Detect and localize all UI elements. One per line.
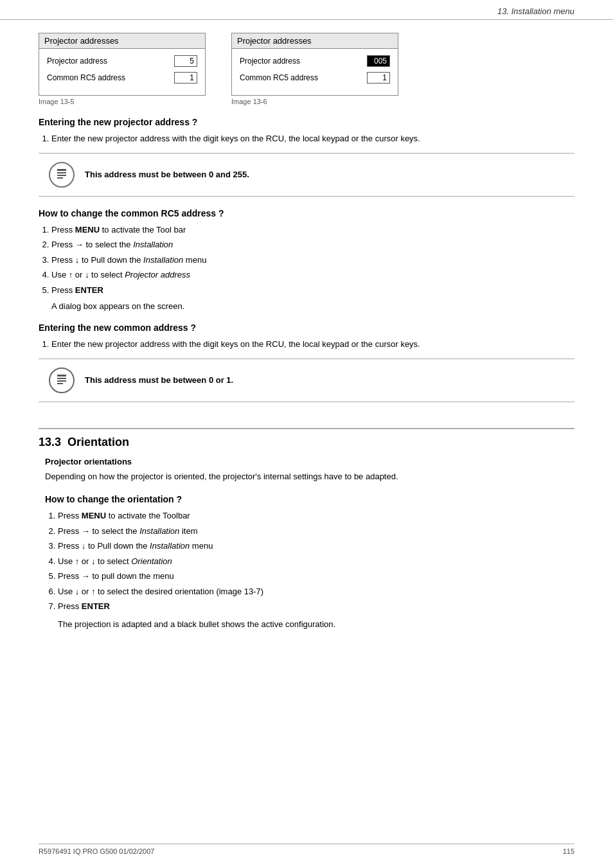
note-icon-2 bbox=[48, 367, 75, 394]
orientation-step-3-italic: Installation bbox=[150, 541, 190, 551]
orientation-step-2-italic: Installation bbox=[139, 526, 179, 536]
entering-common-step-1: Enter the new projector address with the… bbox=[51, 338, 574, 351]
svg-rect-9 bbox=[57, 380, 66, 382]
svg-rect-1 bbox=[57, 169, 66, 171]
rc5-step-1: Press MENU to activate the Tool bar bbox=[51, 224, 574, 236]
image-13-6-label: Image 13-6 bbox=[231, 98, 398, 105]
chapter-header: 13. Installation menu bbox=[0, 0, 613, 20]
image-13-5-container: Projector addresses Projector address 5 … bbox=[39, 33, 206, 105]
svg-rect-3 bbox=[57, 175, 66, 176]
rc5-steps: Press MENU to activate the Tool bar Pres… bbox=[39, 224, 574, 297]
section-number: 13.3 bbox=[39, 436, 61, 448]
note-icon-1 bbox=[48, 161, 75, 188]
dialog-13-5: Projector addresses Projector address 5 … bbox=[39, 33, 206, 96]
rc5-step-5: Press ENTER bbox=[51, 284, 574, 297]
svg-rect-7 bbox=[57, 375, 66, 376]
rc5-addr-value-1: 1 bbox=[174, 72, 197, 84]
orientation-step-4: Use ↑ or ↓ to select Orientation bbox=[58, 555, 574, 568]
chapter-title: 13. Installation menu bbox=[497, 6, 574, 16]
rc5-addr-label-2: Common RC5 address bbox=[240, 73, 318, 82]
dialog-13-6-row-1: Projector address 005 bbox=[240, 55, 390, 67]
section-title: Orientation bbox=[67, 436, 129, 448]
projector-orientations-heading: Projector orientations bbox=[45, 457, 574, 466]
note-box-2: This address must be between 0 or 1. bbox=[39, 359, 574, 402]
svg-rect-2 bbox=[57, 172, 66, 173]
orientation-step-2: Press → to select the Installation item bbox=[58, 525, 574, 538]
entering-common-steps: Enter the new projector address with the… bbox=[39, 338, 574, 351]
page-content: Projector addresses Projector address 5 … bbox=[0, 20, 613, 656]
orientation-step-4-italic: Orientation bbox=[131, 556, 172, 566]
dialog-13-6-row-2: Common RC5 address 1 bbox=[240, 72, 390, 84]
section-13-3-title: 13.3 Orientation bbox=[39, 436, 574, 449]
dialog-13-5-row-2: Common RC5 address 1 bbox=[47, 72, 197, 84]
dialog-13-6: Projector addresses Projector address 00… bbox=[231, 33, 398, 96]
orientation-step-1-bold: MENU bbox=[82, 511, 106, 520]
rc5-dialog-note: A dialog box appears on the screen. bbox=[51, 301, 574, 311]
dialog-13-5-title: Projector addresses bbox=[39, 33, 205, 49]
entering-common-heading: Entering the new common address ? bbox=[39, 323, 574, 333]
orientation-step-7-bold: ENTER bbox=[82, 601, 110, 611]
rc5-step-4: Use ↑ or ↓ to select Projector address bbox=[51, 269, 574, 281]
entering-projector-heading: Entering the new projector address ? bbox=[39, 117, 574, 127]
svg-rect-8 bbox=[57, 378, 66, 379]
dialog-13-5-row-1: Projector address 5 bbox=[47, 55, 197, 67]
proj-addr-label-1: Projector address bbox=[47, 57, 107, 66]
rc5-addr-value-2: 1 bbox=[367, 72, 390, 84]
image-13-6-container: Projector addresses Projector address 00… bbox=[231, 33, 398, 105]
rc5-step-2-italic: Installation bbox=[133, 240, 173, 249]
rc5-addr-label-1: Common RC5 address bbox=[47, 73, 125, 82]
entering-projector-step-1: Enter the new projector address with the… bbox=[51, 132, 574, 145]
orientation-step-3: Press ↓ to Pull down the Installation me… bbox=[58, 540, 574, 553]
svg-rect-4 bbox=[57, 177, 63, 179]
rc5-step-2: Press → to select the Installation bbox=[51, 238, 574, 251]
proj-addr-label-2: Projector address bbox=[240, 57, 300, 66]
note-box-1: This address must be between 0 and 255. bbox=[39, 153, 574, 197]
section-13-3: 13.3 Orientation Projector orientations … bbox=[39, 428, 574, 631]
rc5-heading: How to change the common RC5 address ? bbox=[39, 208, 574, 218]
orientation-step-5: Press → to pull down the menu bbox=[58, 570, 574, 583]
dialog-13-5-body: Projector address 5 Common RC5 address 1 bbox=[39, 49, 205, 95]
page-footer: R5976491 IQ PRO G500 01/02/2007 115 bbox=[39, 844, 574, 855]
orientation-result: The projection is adapted and a black bu… bbox=[58, 618, 574, 631]
rc5-step-3: Press ↓ to Pull down the Installation me… bbox=[51, 254, 574, 267]
note-text-2: This address must be between 0 or 1. bbox=[85, 375, 233, 385]
images-row: Projector addresses Projector address 5 … bbox=[39, 33, 574, 105]
rc5-step-1-bold: MENU bbox=[75, 225, 100, 235]
dialog-13-6-body: Projector address 005 Common RC5 address… bbox=[232, 49, 398, 95]
footer-left: R5976491 IQ PRO G500 01/02/2007 bbox=[39, 847, 154, 855]
orientation-step-7: Press ENTER bbox=[58, 600, 574, 613]
rc5-step-5-bold: ENTER bbox=[75, 285, 103, 295]
section-13-3-content: Projector orientations Depending on how … bbox=[45, 457, 574, 631]
proj-addr-value-1: 5 bbox=[174, 55, 197, 67]
note-text-1: This address must be between 0 and 255. bbox=[85, 170, 249, 179]
footer-right: 115 bbox=[563, 847, 574, 855]
orientation-steps: Press MENU to activate the Toolbar Press… bbox=[45, 509, 574, 613]
orientation-step-1: Press MENU to activate the Toolbar bbox=[58, 509, 574, 522]
dialog-13-6-title: Projector addresses bbox=[232, 33, 398, 49]
rc5-step-3-italic: Installation bbox=[143, 255, 183, 265]
rc5-step-4-italic: Projector address bbox=[125, 270, 190, 279]
projector-orientations-desc: Depending on how the projector is orient… bbox=[45, 470, 574, 483]
orientation-step-6: Use ↓ or ↑ to select the desired orienta… bbox=[58, 585, 574, 598]
image-13-5-label: Image 13-5 bbox=[39, 98, 206, 105]
entering-projector-steps: Enter the new projector address with the… bbox=[39, 132, 574, 145]
svg-rect-10 bbox=[57, 383, 63, 384]
proj-addr-value-2: 005 bbox=[367, 55, 390, 67]
how-to-change-orientation-heading: How to change the orientation ? bbox=[45, 494, 574, 504]
